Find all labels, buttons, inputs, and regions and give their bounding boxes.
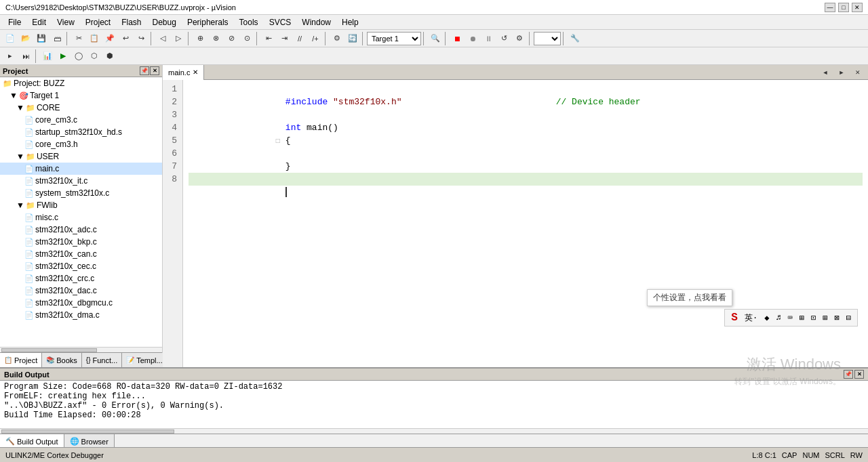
code-line-8[interactable] — [189, 173, 863, 186]
editor-tab-close[interactable]: ✕ — [193, 68, 198, 76]
undo-button[interactable]: ↩ — [118, 31, 133, 46]
menu-project[interactable]: Project — [80, 16, 116, 28]
tree-dbgmcu[interactable]: 📄 stm32f10x_dbgmcu.c — [0, 297, 162, 309]
indent-button[interactable]: ⇤ — [261, 31, 276, 46]
search-button[interactable]: 🔍 — [428, 31, 443, 46]
tree-core-group[interactable]: ▼ 📁 CORE — [0, 102, 162, 114]
editor-scroll-left[interactable]: ◄ — [818, 65, 833, 80]
code-line-6[interactable]: } — [189, 147, 863, 160]
tree-project-buzz[interactable]: 📁 Project: BUZZ — [0, 77, 162, 89]
tree-main-c[interactable]: 📄 main.c — [0, 163, 162, 175]
ime-keyboard[interactable]: ⌨ — [786, 312, 795, 324]
menu-window[interactable]: Window — [296, 16, 336, 28]
minimize-button[interactable]: — — [825, 3, 835, 12]
tree-bkp[interactable]: 📄 stm32f10x_bkp.c — [0, 236, 162, 248]
build-btn[interactable]: ⚙ — [330, 31, 344, 46]
debug-reset[interactable]: ↺ — [496, 31, 511, 46]
unindent-button[interactable]: ⇥ — [277, 31, 292, 46]
reload-btn[interactable]: 🔄 — [345, 31, 360, 46]
editor-close-all[interactable]: ✕ — [850, 65, 865, 80]
bookmark2-button[interactable]: ⊗ — [208, 31, 223, 46]
tb2-btn3[interactable]: 📊 — [40, 49, 55, 64]
menu-svcs[interactable]: SVCS — [264, 16, 297, 28]
nav-back-button[interactable]: ◁ — [155, 31, 170, 46]
tree-target1[interactable]: ▼ 🎯 Target 1 — [0, 89, 162, 102]
tree-crc[interactable]: 📄 stm32f10x_crc.c — [0, 272, 162, 285]
menu-file[interactable]: File — [3, 16, 26, 28]
tree-adc[interactable]: 📄 stm32f10x_adc.c — [0, 224, 162, 236]
ime-popup[interactable]: 个性设置，点我看看 — [647, 289, 732, 306]
ime-logo[interactable]: S — [729, 311, 740, 324]
redo-button[interactable]: ↪ — [134, 31, 149, 46]
code-line-3[interactable]: int main() — [189, 108, 863, 121]
ime-grid[interactable]: ⊞ — [797, 312, 806, 324]
nav-fwd-button[interactable]: ▷ — [171, 31, 186, 46]
build-close-button[interactable]: ✕ — [854, 370, 864, 379]
menu-help[interactable]: Help — [336, 16, 364, 28]
save-button[interactable]: 💾 — [34, 31, 49, 46]
comment-button[interactable]: // — [292, 31, 307, 46]
uncomment-button[interactable]: /+ — [308, 31, 323, 46]
tb2-btn5[interactable]: ◯ — [71, 49, 86, 64]
editor-tab-main-c[interactable]: main.c ✕ — [163, 65, 204, 80]
ime-dots[interactable]: ◆ — [762, 312, 771, 324]
bookmark1-button[interactable]: ⊕ — [193, 31, 208, 46]
menu-debug[interactable]: Debug — [147, 16, 182, 28]
target-dropdown[interactable]: Target 1 — [367, 32, 421, 45]
save-all-button[interactable]: 🗃 — [50, 31, 64, 46]
tree-dac[interactable]: 📄 stm32f10x_dac.c — [0, 285, 162, 297]
open-button[interactable]: 📂 — [18, 31, 33, 46]
menu-edit[interactable]: Edit — [26, 16, 52, 28]
ime-mode[interactable]: 英· — [743, 312, 760, 324]
tree-core-cm3h[interactable]: 📄 core_cm3.h — [0, 138, 162, 150]
view-dropdown[interactable] — [534, 32, 561, 45]
ime-box1[interactable]: ⊡ — [809, 312, 818, 324]
debug-options[interactable]: ⚙ — [512, 31, 527, 46]
tb2-btn7[interactable]: ⬢ — [102, 49, 117, 64]
build-tab-output[interactable]: 🔨 Build Output — [0, 434, 64, 448]
tab-templates[interactable]: 📝 Templ... — [122, 353, 167, 367]
tab-books[interactable]: 📚 Books — [42, 353, 82, 367]
tree-user-group[interactable]: ▼ 📁 USER — [0, 150, 162, 163]
tree-system-stm32[interactable]: 📄 system_stm32f10x.c — [0, 187, 162, 199]
tab-project[interactable]: 📋 Project — [0, 353, 42, 367]
tree-stm32-it[interactable]: 📄 stm32f10x_it.c — [0, 175, 162, 187]
debug-stop[interactable]: ⏹ — [450, 31, 465, 46]
maximize-button[interactable]: □ — [838, 3, 849, 12]
tree-core-cm3c[interactable]: 📄 core_cm3.c — [0, 114, 162, 126]
tb2-btn1[interactable]: ▸ — [3, 49, 18, 64]
build-pin-button[interactable]: 📌 — [844, 370, 853, 379]
tree-dma[interactable]: 📄 stm32f10x_dma.c — [0, 309, 162, 321]
project-hscroll[interactable] — [0, 347, 162, 352]
build-hscroll[interactable] — [0, 428, 868, 434]
project-close-button[interactable]: ✕ — [150, 66, 159, 75]
menu-peripherals[interactable]: Peripherals — [182, 16, 234, 28]
settings-button[interactable]: 🔧 — [568, 31, 583, 46]
debug-step[interactable]: ⏸ — [481, 31, 496, 46]
tree-fwlib-group[interactable]: ▼ 📁 FWlib — [0, 199, 162, 211]
tb2-btn2[interactable]: ⏭ — [18, 49, 33, 64]
cut-button[interactable]: ✂ — [71, 31, 86, 46]
tab-functions[interactable]: {} Funct... — [82, 353, 122, 367]
editor-scroll-right[interactable]: ► — [834, 65, 849, 80]
ime-music[interactable]: ♬ — [774, 312, 783, 323]
ime-box2[interactable]: ⊞ — [821, 312, 829, 324]
tree-misc-c[interactable]: 📄 misc.c — [0, 211, 162, 224]
close-button[interactable]: ✕ — [852, 3, 863, 12]
tree-cec[interactable]: 📄 stm32f10x_cec.c — [0, 260, 162, 272]
debug-run[interactable]: ⏺ — [465, 31, 480, 46]
tb2-btn6[interactable]: ⬡ — [87, 49, 102, 64]
project-pin-button[interactable]: 📌 — [140, 66, 149, 75]
ime-box4[interactable]: ⊟ — [844, 312, 853, 324]
bookmark3-button[interactable]: ⊘ — [224, 31, 239, 46]
menu-tools[interactable]: Tools — [234, 16, 264, 28]
copy-button[interactable]: 📋 — [87, 31, 102, 46]
build-tab-browser[interactable]: 🌐 Browser — [64, 434, 115, 448]
tb2-flash-btn[interactable]: ▶ — [56, 49, 71, 64]
menu-flash[interactable]: Flash — [116, 16, 146, 28]
tree-can[interactable]: 📄 stm32f10x_can.c — [0, 248, 162, 260]
new-button[interactable]: 📄 — [3, 31, 18, 46]
ime-box3[interactable]: ⊠ — [833, 312, 842, 324]
paste-button[interactable]: 📌 — [102, 31, 117, 46]
bookmark4-button[interactable]: ⊙ — [239, 31, 254, 46]
